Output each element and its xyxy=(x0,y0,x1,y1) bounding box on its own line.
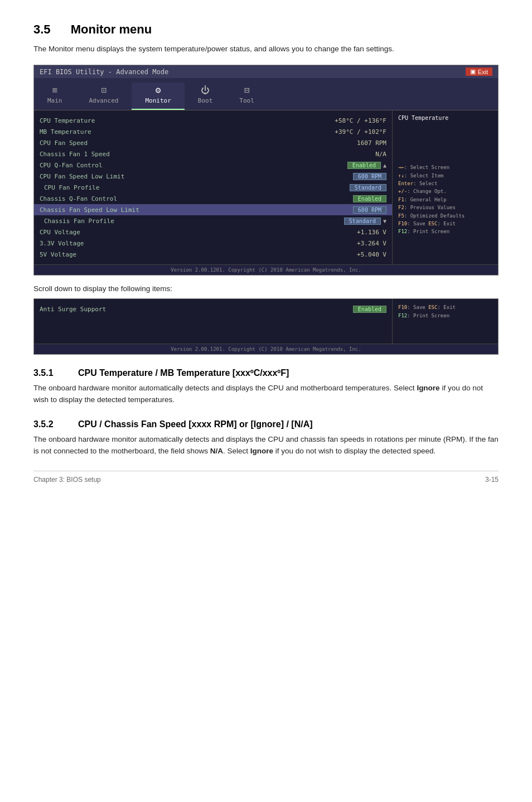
row-value-chassis-fan-profile: Standard xyxy=(344,218,381,225)
bios-footer-main: Version 2.00.1201. Copyright (C) 2010 Am… xyxy=(34,264,498,275)
help-f5: F5: Optimized Defaults xyxy=(398,212,492,220)
bios-title: EFI BIOS Utility - Advanced Mode xyxy=(40,68,168,76)
small-help-f12: F12: Print Screen xyxy=(398,312,492,320)
subsection-352-number: 3.5.2 xyxy=(33,419,67,429)
nav-boot-label: Boot xyxy=(198,97,213,104)
help-title: CPU Temperature xyxy=(398,115,492,121)
row-label-anti-surge: Anti Surge Support xyxy=(40,306,353,313)
monitor-icon: ⚙ xyxy=(156,85,161,95)
row-chassis-fan-profile: Chassis Fan Profile Standard ▼ xyxy=(34,215,392,226)
bios-exit-button[interactable]: ▣ Exit xyxy=(466,67,492,76)
nav-monitor[interactable]: ⚙ Monitor xyxy=(132,83,184,110)
boot-icon: ⏻ xyxy=(201,85,210,95)
bios-footer-small: Version 2.00.1201. Copyright (C) 2010 Am… xyxy=(34,344,498,354)
row-chassis-fan-low: Chassis Fan Speed Low Limit 600 RPM xyxy=(34,204,392,215)
row-value-chassis-fan-low: 600 RPM xyxy=(353,206,386,214)
section-title: 3.5 Monitor menu xyxy=(33,22,499,37)
subsection-351-body: The onboard hardware monitor automatical… xyxy=(33,383,499,406)
row-label-cpu-fan-profile: CPU Fan Profile xyxy=(40,184,350,191)
bios-right-panel: CPU Temperature →←: Select Screen ↑↓: Se… xyxy=(392,110,498,264)
subsection-352-title: CPU / Chassis Fan Speed [xxxx RPM] or [I… xyxy=(78,419,313,429)
subsection-351-number: 3.5.1 xyxy=(33,368,67,378)
help-select-item: ↑↓: Select Item xyxy=(398,172,492,180)
row-value-5v: +5.040 V xyxy=(357,251,386,258)
nav-tool-label: Tool xyxy=(239,97,254,104)
row-value-cpu-fan-profile: Standard xyxy=(350,184,386,191)
scroll-arrow-up: ▲ xyxy=(383,162,386,168)
row-cpu-fan-profile: CPU Fan Profile Standard xyxy=(34,182,392,193)
row-label-chassis-fan-low: Chassis Fan Speed Low Limit xyxy=(40,206,353,214)
row-label-mb-temp: MB Temperature xyxy=(40,128,335,136)
footer-page: 3-15 xyxy=(485,476,499,484)
bios-titlebar: EFI BIOS Utility - Advanced Mode ▣ Exit xyxy=(34,65,498,78)
row-anti-surge: Anti Surge Support Enabled xyxy=(34,303,392,315)
exit-label: Exit xyxy=(478,69,488,75)
row-value-33v: +3.264 V xyxy=(357,240,386,247)
page-footer: Chapter 3: BIOS setup 3-15 xyxy=(33,476,499,484)
nav-tool[interactable]: ⊟ Tool xyxy=(226,83,268,110)
row-label-chassis-qfan: Chassis Q-Fan Control xyxy=(40,195,353,202)
help-f12: F12: Print Screen xyxy=(398,228,492,235)
subsection-351: 3.5.1 CPU Temperature / MB Temperature [… xyxy=(33,368,499,378)
small-help-f10: F10: Save ESC: Exit xyxy=(398,303,492,311)
tool-icon: ⊟ xyxy=(244,85,250,95)
row-cpu-fan-speed: CPU Fan Speed 1607 RPM xyxy=(34,137,392,148)
bios-small-body: Anti Surge Support Enabled F10: Save ESC… xyxy=(34,299,498,344)
row-cpu-fan-low: CPU Fan Speed Low Limit 600 RPM xyxy=(34,171,392,182)
bios-left-panel: CPU Temperature +58°C / +136°F MB Temper… xyxy=(34,110,392,264)
row-5v-voltage: 5V Voltage +5.040 V xyxy=(34,249,392,260)
help-f2: F2: Previous Values xyxy=(398,204,492,211)
nav-main[interactable]: ≡ Main xyxy=(34,83,76,110)
nav-main-label: Main xyxy=(47,97,62,104)
section-description: The Monitor menu displays the system tem… xyxy=(33,44,499,55)
row-mb-temperature: MB Temperature +39°C / +102°F xyxy=(34,126,392,137)
subsection-351-title: CPU Temperature / MB Temperature [xxxºC/… xyxy=(78,368,289,378)
row-value-mb-temp: +39°C / +102°F xyxy=(335,128,386,136)
subsection-352: 3.5.2 CPU / Chassis Fan Speed [xxxx RPM]… xyxy=(33,419,499,429)
bios-screenshot-small: Anti Surge Support Enabled F10: Save ESC… xyxy=(33,298,499,355)
row-value-cpu-fan-low: 600 RPM xyxy=(353,173,386,180)
nav-advanced-label: Advanced xyxy=(89,97,119,104)
row-value-anti-surge: Enabled xyxy=(353,306,386,313)
help-select-screen: →←: Select Screen xyxy=(398,163,492,171)
help-f1: F1: General Help xyxy=(398,196,492,204)
scroll-arrow-down: ▼ xyxy=(383,218,386,224)
row-value-cpu-fan: 1607 RPM xyxy=(357,139,386,147)
nav-boot[interactable]: ⏻ Boot xyxy=(185,83,226,110)
nav-monitor-label: Monitor xyxy=(145,97,171,104)
row-value-cpu-voltage: +1.136 V xyxy=(357,229,386,236)
scroll-note: Scroll down to display the following ite… xyxy=(33,284,499,293)
row-chassis-fan-speed: Chassis Fan 1 Speed N/A xyxy=(34,148,392,160)
row-label-cpu-voltage: CPU Voltage xyxy=(40,229,357,236)
advanced-icon: ⊡ xyxy=(101,85,107,95)
exit-icon: ▣ xyxy=(470,68,476,75)
row-label-cpu-temp: CPU Temperature xyxy=(40,117,335,124)
bios-body: CPU Temperature +58°C / +136°F MB Temper… xyxy=(34,110,498,264)
row-label-cpu-fan-low: CPU Fan Speed Low Limit xyxy=(40,173,353,180)
row-label-cpu-fan: CPU Fan Speed xyxy=(40,139,357,147)
row-label-chassis-fan-profile: Chassis Fan Profile xyxy=(40,218,344,225)
row-value-cpu-temp: +58°C / +136°F xyxy=(335,117,386,124)
row-label-33v: 3.3V Voltage xyxy=(40,240,357,247)
bios-nav: ≡ Main ⊡ Advanced ⚙ Monitor ⏻ Boot ⊟ Too… xyxy=(34,78,498,110)
main-icon: ≡ xyxy=(52,85,57,95)
help-change: +/-: Change Opt. xyxy=(398,187,492,195)
bios-screenshot-main: EFI BIOS Utility - Advanced Mode ▣ Exit … xyxy=(33,65,499,276)
row-cpu-temperature: CPU Temperature +58°C / +136°F xyxy=(34,115,392,126)
page: 3.5 Monitor menu The Monitor menu displa… xyxy=(0,0,532,506)
row-value-cpu-qfan: Enabled xyxy=(347,162,381,169)
row-label-cpu-qfan: CPU Q-Fan Control xyxy=(40,162,347,169)
bios-small-left: Anti Surge Support Enabled xyxy=(34,299,392,344)
subsection-352-body: The onboard hardware monitor automatical… xyxy=(33,434,499,457)
bios-small-right: F10: Save ESC: Exit F12: Print Screen xyxy=(392,299,498,344)
row-cpu-voltage: CPU Voltage +1.136 V xyxy=(34,226,392,238)
section-heading: Monitor menu xyxy=(71,22,152,36)
page-divider xyxy=(33,471,499,471)
nav-advanced[interactable]: ⊡ Advanced xyxy=(76,83,132,110)
row-value-chassis-fan: N/A xyxy=(375,151,386,158)
section-number: 3.5 xyxy=(33,22,51,36)
row-cpu-qfan: CPU Q-Fan Control Enabled ▲ xyxy=(34,160,392,171)
row-label-5v: 5V Voltage xyxy=(40,251,357,258)
help-f10: F10: Save ESC: Exit xyxy=(398,220,492,228)
help-enter: Enter: Select xyxy=(398,180,492,187)
